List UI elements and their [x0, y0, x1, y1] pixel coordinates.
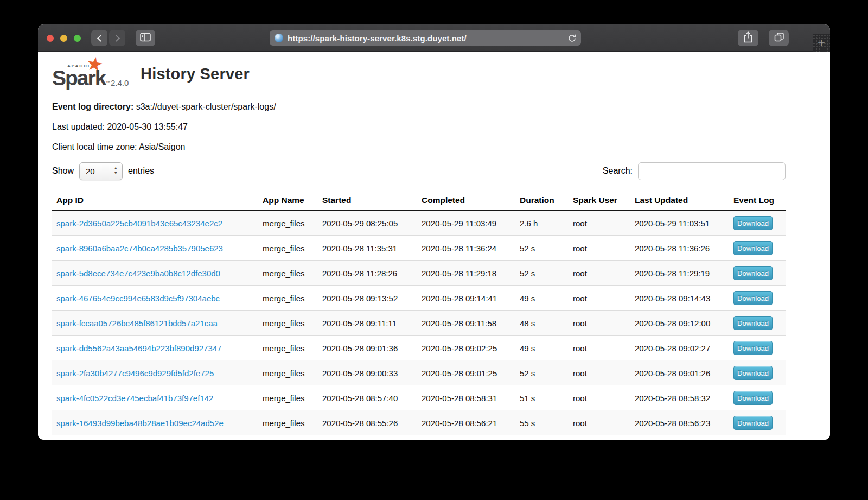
- globe-icon: [275, 34, 283, 42]
- download-button[interactable]: Download: [733, 291, 773, 305]
- spark-user-cell: root: [569, 336, 630, 360]
- page-size-control: Show 20 ▲ ▼ entries: [52, 162, 154, 180]
- table-body: spark-2d3650a225cb4091b43e65c43234e2c2 m…: [52, 211, 786, 440]
- col-header-spark-user[interactable]: Spark User: [569, 191, 630, 211]
- app-id-link[interactable]: spark-fccaa05726bc485f86121bdd57a21caa: [56, 319, 218, 328]
- download-button[interactable]: Download: [733, 366, 773, 380]
- completed-cell: 2020-05-28 09:14:41: [417, 286, 515, 311]
- col-header-last-updated[interactable]: Last Updated: [630, 191, 729, 211]
- plus-icon: +: [818, 36, 825, 49]
- duration-cell: 52 s: [515, 261, 569, 286]
- app-name-cell: merge_files: [258, 410, 318, 435]
- table-row: spark-2d3650a225cb4091b43e65c43234e2c2 m…: [52, 211, 786, 236]
- last-updated-cell: 2020-05-28 09:02:27: [630, 336, 729, 360]
- applications-table: App IDApp NameStartedCompletedDurationSp…: [52, 191, 786, 440]
- table-row: spark-87301b89320f4a3fb671a904c4fad799 m…: [52, 435, 786, 440]
- event-log-cell: Download: [729, 360, 786, 385]
- event-log-cell: Download: [729, 311, 786, 336]
- app-name-cell: merge_files: [258, 261, 318, 286]
- table-row: spark-16493d99beba48b28ae1b09ec24ad52e m…: [52, 410, 786, 435]
- app-name-cell: merge_files: [258, 211, 318, 236]
- started-cell: 2020-05-28 11:35:31: [318, 236, 417, 261]
- event-log-cell: Download: [729, 385, 786, 410]
- select-arrows-icon: ▲ ▼: [114, 166, 118, 175]
- app-id-link[interactable]: spark-16493d99beba48b28ae1b09ec24ad52e: [56, 419, 224, 428]
- server-info: Event log directory: s3a://duyet-spark-c…: [52, 102, 830, 152]
- app-id-cell: spark-16493d99beba48b28ae1b09ec24ad52e: [52, 410, 258, 435]
- spark-user-cell: root: [569, 261, 630, 286]
- started-cell: 2020-05-29 08:25:05: [318, 211, 417, 236]
- duration-cell: 52 s: [515, 236, 569, 261]
- col-header-event-log[interactable]: Event Log: [729, 191, 786, 211]
- completed-cell: 2020-05-28 09:01:25: [417, 360, 515, 385]
- page-size-value: 20: [86, 167, 95, 176]
- event-log-cell: Download: [729, 236, 786, 261]
- completed-cell: 2020-05-29 11:03:49: [417, 211, 515, 236]
- col-header-started[interactable]: Started: [318, 191, 417, 211]
- page-size-select[interactable]: 20 ▲ ▼: [79, 162, 123, 180]
- spark-version: 2.4.0: [111, 78, 129, 87]
- last-updated-cell: 2020-05-28 09:12:00: [630, 311, 729, 336]
- app-id-link[interactable]: spark-dd5562a43aa54694b223bf890d927347: [56, 344, 221, 353]
- download-button[interactable]: Download: [733, 391, 773, 405]
- spark-user-cell: root: [569, 211, 630, 236]
- minimize-window-button[interactable]: [60, 35, 67, 42]
- close-window-button[interactable]: [47, 35, 54, 42]
- duration-cell: 2.6 h: [515, 211, 569, 236]
- started-cell: 2020-05-28 08:55:26: [318, 410, 417, 435]
- duration-cell: 49 s: [515, 286, 569, 311]
- table-header-row: App IDApp NameStartedCompletedDurationSp…: [52, 191, 786, 211]
- last-updated-cell: 2020-05-28 08:55:30: [630, 435, 729, 440]
- sidebar-toggle-button[interactable]: [136, 30, 155, 46]
- download-button[interactable]: Download: [733, 266, 773, 280]
- new-tab-button[interactable]: +: [813, 34, 830, 52]
- completed-cell: 2020-05-28 08:58:31: [417, 385, 515, 410]
- col-header-app-id[interactable]: App ID: [52, 191, 258, 211]
- search-control: Search:: [603, 162, 786, 180]
- app-id-cell: spark-2d3650a225cb4091b43e65c43234e2c2: [52, 211, 258, 236]
- completed-cell: 2020-05-28 09:11:58: [417, 311, 515, 336]
- started-cell: 2020-05-28 09:00:33: [318, 360, 417, 385]
- app-id-cell: spark-fccaa05726bc485f86121bdd57a21caa: [52, 311, 258, 336]
- col-header-completed[interactable]: Completed: [417, 191, 515, 211]
- app-id-link[interactable]: spark-5d8ece734e7c423e9ba0b8c12dfe30d0: [56, 269, 220, 278]
- event-log-cell: Download: [729, 410, 786, 435]
- app-name-cell: merge_files: [258, 336, 318, 360]
- spark-user-cell: root: [569, 385, 630, 410]
- back-button[interactable]: [91, 30, 107, 46]
- table-row: spark-4fc0522cd3e745ecbaf41b73f97ef142 m…: [52, 385, 786, 410]
- completed-cell: 2020-05-28 09:02:25: [417, 336, 515, 360]
- app-id-link[interactable]: spark-2fa30b4277c9496c9d929fd5fd2fe725: [56, 369, 214, 378]
- col-header-app-name[interactable]: App Name: [258, 191, 318, 211]
- last-updated-cell: 2020-05-29 11:03:51: [630, 211, 729, 236]
- started-cell: 2020-05-28 08:57:40: [318, 385, 417, 410]
- zoom-window-button[interactable]: [74, 35, 81, 42]
- app-id-link[interactable]: spark-8960a6baa2c74b0ca4285b357905e623: [56, 244, 223, 253]
- traffic-lights: [47, 35, 81, 42]
- trademark-symbol: ™: [105, 80, 110, 85]
- event-log-cell: Download: [729, 336, 786, 360]
- download-button[interactable]: Download: [733, 241, 773, 255]
- share-button[interactable]: [738, 30, 758, 46]
- download-button[interactable]: Download: [733, 316, 773, 330]
- app-id-link[interactable]: spark-4fc0522cd3e745ecbaf41b73f97ef142: [56, 394, 213, 403]
- download-button[interactable]: Download: [733, 416, 773, 430]
- last-updated-cell: 2020-05-28 11:36:26: [630, 236, 729, 261]
- forward-button[interactable]: [109, 30, 125, 46]
- download-button[interactable]: Download: [733, 341, 773, 355]
- app-id-link[interactable]: spark-467654e9cc994e6583d9c5f97304aebc: [56, 294, 220, 303]
- download-button[interactable]: Download: [733, 216, 773, 230]
- search-input[interactable]: [638, 162, 786, 180]
- tabs-icon: [774, 31, 784, 45]
- app-id-link[interactable]: spark-2d3650a225cb4091b43e65c43234e2c2: [56, 219, 222, 228]
- masthead: APACHE ★ Spark™ 2.4.0 History Server: [52, 58, 786, 90]
- address-bar[interactable]: https://spark-history-server.k8s.stg.duy…: [270, 30, 581, 46]
- refresh-icon[interactable]: [568, 34, 576, 45]
- col-header-duration[interactable]: Duration: [515, 191, 569, 211]
- spark-wordmark: Spark™: [52, 67, 110, 88]
- app-id-cell: spark-8960a6baa2c74b0ca4285b357905e623: [52, 236, 258, 261]
- started-cell: 2020-05-28 08:54:10: [318, 435, 417, 440]
- tab-overview-button[interactable]: [769, 30, 789, 46]
- event-log-cell: Download: [729, 286, 786, 311]
- duration-cell: 1.3 min: [515, 435, 569, 440]
